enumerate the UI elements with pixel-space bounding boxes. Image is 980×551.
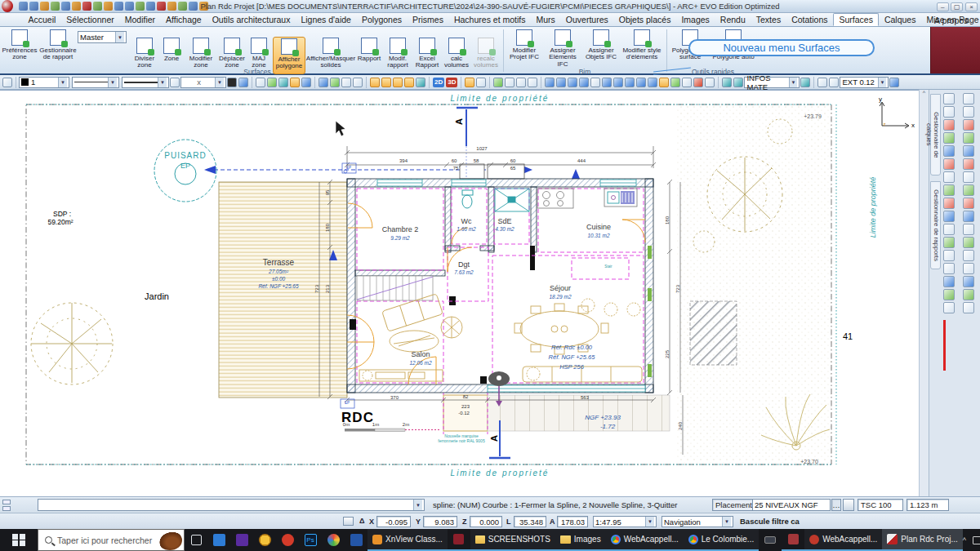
y-coordinate-field[interactable]: 9.083 — [423, 516, 457, 527]
level-select[interactable]: 25 NIVEAUX NGF — [752, 499, 831, 511]
hatch-pattern-1-icon[interactable] — [370, 78, 380, 87]
level-lock-icon[interactable] — [843, 499, 854, 511]
view-3d-button[interactable]: 3D — [446, 78, 457, 87]
menu-rendu[interactable]: Rendu — [715, 14, 751, 25]
photoshop-icon[interactable]: Ps — [299, 529, 322, 551]
measure2-tool-icon[interactable] — [963, 302, 974, 313]
doc-icon[interactable] — [318, 78, 328, 87]
access-app-icon[interactable] — [782, 529, 804, 551]
arc-a-app-icon[interactable] — [448, 529, 470, 551]
menu-images[interactable]: Images — [676, 14, 715, 25]
rect-tool-icon[interactable] — [963, 145, 974, 157]
home-icon[interactable] — [465, 78, 474, 87]
view-iso-3-icon[interactable] — [648, 78, 657, 87]
tray-chevron-icon[interactable]: ^ — [963, 536, 966, 544]
apply-icon[interactable] — [889, 78, 899, 87]
zoom-previous-icon[interactable] — [590, 78, 600, 87]
flower-icon[interactable] — [416, 78, 425, 87]
maximize-button[interactable]: ▢ — [951, 2, 963, 11]
pan-left-icon[interactable] — [602, 78, 612, 87]
camera-tool-icon[interactable] — [943, 224, 955, 235]
render-tool-icon[interactable] — [943, 289, 955, 300]
view-2d-button[interactable]: 2D — [433, 78, 444, 87]
mirror-tool-icon[interactable] — [943, 132, 955, 144]
assigner-elements-ifc-button[interactable]: Assigner Eléments IFC — [544, 29, 581, 69]
menu-ouvertures[interactable]: Ouvertures — [560, 14, 613, 25]
spline-tool-icon[interactable] — [963, 250, 974, 261]
cursor-mode-icon[interactable] — [290, 78, 300, 87]
text-tool-icon[interactable] — [963, 276, 974, 287]
move-tool-icon[interactable] — [943, 93, 955, 104]
taskbar-app-plan-rdc[interactable]: Plan Rdc Proj... — [882, 529, 962, 551]
taskbar-app-webacappella-1[interactable]: WebAcappell... — [606, 529, 684, 551]
text-style-2-icon[interactable] — [733, 78, 743, 87]
paint-app-icon[interactable] — [322, 529, 345, 551]
line-tool-icon[interactable] — [963, 132, 974, 144]
ext-prev-icon[interactable] — [817, 78, 827, 87]
copy-tool-icon[interactable] — [943, 106, 955, 118]
scroll-up-icon[interactable]: ^ — [923, 90, 925, 96]
group-tool-icon[interactable] — [943, 184, 955, 196]
menu-polygones[interactable]: Polygones — [356, 14, 407, 25]
z-coordinate-field[interactable]: 0.000 — [470, 516, 502, 527]
task-view-button[interactable] — [185, 529, 207, 551]
level-browse-button[interactable]: … — [831, 499, 841, 511]
view-iso-2-icon[interactable] — [636, 78, 646, 87]
eye-icon[interactable] — [705, 78, 715, 87]
drawing-canvas[interactable]: Limite de propriété A PUISARD EP SDP : 5… — [0, 90, 929, 496]
table-icon[interactable] — [341, 78, 351, 87]
master-select[interactable]: Master▼ — [78, 31, 127, 43]
refresh-icon[interactable] — [476, 78, 486, 87]
zoom-out-icon[interactable] — [568, 78, 577, 87]
menu-murs[interactable]: Murs — [531, 14, 560, 25]
ext-next-icon[interactable] — [829, 78, 839, 87]
home-position-icon[interactable] — [343, 517, 354, 526]
block-tool-icon[interactable] — [963, 289, 974, 300]
linetype-select[interactable]: ▼ — [72, 77, 119, 88]
hatch-toggle-icon[interactable] — [170, 78, 180, 87]
cmd-icon-1[interactable] — [2, 500, 11, 504]
magix-app-icon[interactable] — [230, 529, 253, 551]
menu-outils-architecturaux[interactable]: Outils architecturaux — [207, 14, 296, 25]
layer-select[interactable]: 1▼ — [19, 77, 69, 88]
rotate-tool-icon[interactable] — [943, 119, 955, 131]
hatch-pattern-4-icon[interactable] — [404, 78, 414, 87]
cube-icon[interactable] — [301, 78, 311, 87]
taskbar-app-images[interactable]: Images — [555, 529, 606, 551]
tab-gestionnaire-calques[interactable]: Gestionnaire de calques — [930, 94, 941, 176]
ext-select[interactable]: EXT 0.12▼ — [840, 77, 889, 88]
pan-right-icon[interactable] — [613, 78, 623, 87]
trim-tool-icon[interactable] — [943, 158, 955, 170]
ellipse-filled-icon[interactable] — [693, 78, 703, 87]
keyboard-app-icon[interactable] — [759, 529, 782, 551]
polyline-tool-icon[interactable] — [963, 119, 974, 131]
preferences-zone-button[interactable]: Préférences zone — [2, 29, 38, 69]
explode-tool-icon[interactable] — [943, 198, 955, 209]
axis-tool-icon[interactable] — [963, 184, 974, 196]
text-style-1-icon[interactable] — [722, 78, 732, 87]
mode-select[interactable]: Navigation▼ — [662, 516, 733, 527]
offset-tool-icon[interactable] — [943, 145, 955, 157]
angle-field[interactable]: 178.03 — [557, 516, 588, 527]
menu-textes[interactable]: Textes — [751, 14, 786, 25]
info-icon[interactable] — [353, 78, 363, 87]
network-icon[interactable] — [973, 536, 980, 544]
gestionnaire-rapport-button[interactable]: Gestionnaire de rapport — [38, 29, 78, 69]
delta-label[interactable]: Δ — [359, 517, 364, 525]
cmd-icon-2[interactable] — [2, 506, 11, 511]
tools-icon[interactable] — [278, 78, 288, 87]
menu-cotations[interactable]: Cotations — [786, 14, 833, 25]
minimize-button[interactable]: – — [937, 2, 949, 11]
assigner-objets-ifc-button[interactable]: Assigner Objets IFC — [583, 29, 619, 69]
zoom-extents-icon[interactable] — [579, 78, 589, 87]
taskbar-search[interactable]: Taper ici pour rechercher — [38, 529, 185, 551]
palette-icon[interactable] — [267, 78, 277, 87]
ellipse-icon[interactable] — [682, 78, 692, 87]
taskbar-app-screenshots[interactable]: SCREENSHOTS — [470, 529, 555, 551]
measure-icon[interactable] — [330, 78, 340, 87]
cross-tool-icon[interactable] — [963, 93, 974, 104]
grid-tool-icon[interactable] — [963, 158, 974, 170]
tab-gestionnaire-rapports[interactable]: Gestionnaire de rapports — [930, 181, 941, 269]
run-tool-icon[interactable] — [943, 263, 955, 274]
walk-tool-icon[interactable] — [943, 276, 955, 287]
